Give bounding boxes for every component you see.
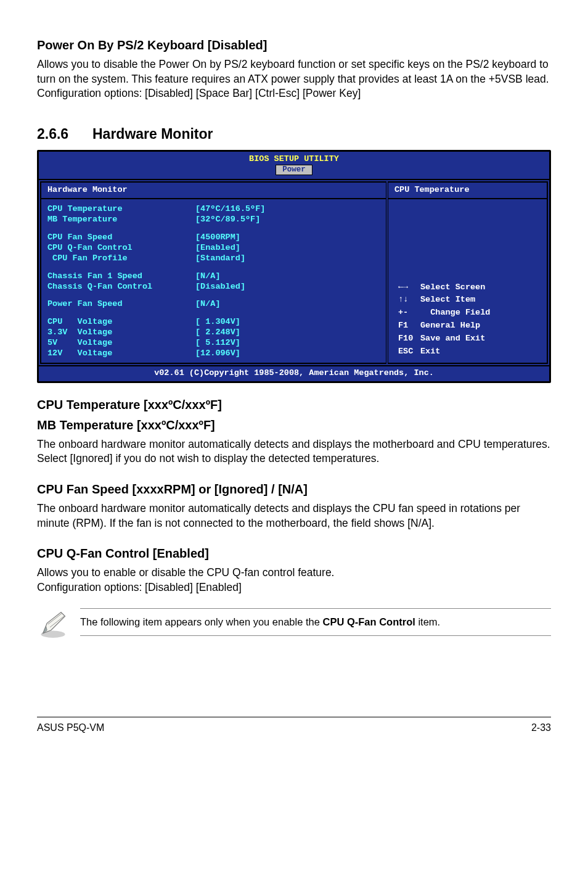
- bios-setting-row: CPU Fan Profile[Standard]: [47, 254, 380, 264]
- bios-help-desc: Select Screen: [418, 282, 492, 294]
- bios-setting-row: MB Temperature[32ºC/89.5ºF]: [47, 215, 380, 225]
- para-qfan-desc: Allows you to enable or disable the CPU …: [37, 566, 551, 580]
- bios-setting-row: CPU Q-Fan Control[Enabled]: [47, 243, 380, 254]
- bios-setting-row: 12V Voltage[12.096V]: [47, 349, 380, 359]
- footer-right: 2-33: [531, 721, 551, 735]
- bios-help-key: ESC: [396, 346, 417, 358]
- bios-setting-label: Chassis Q-Fan Control: [47, 282, 195, 292]
- section-number: 2.6.6: [37, 125, 92, 144]
- note-suffix: item.: [415, 616, 440, 627]
- note-bold: CPU Q-Fan Control: [323, 616, 415, 627]
- bios-screen: BIOS SETUP UTILITY Power Hardware Monito…: [37, 150, 551, 383]
- bios-setting-value: [N/A]: [195, 299, 221, 310]
- bios-setting-row: 5V Voltage[ 5.112V]: [47, 338, 380, 349]
- bios-setting-value: [ 5.112V]: [195, 338, 240, 349]
- bios-help-key: ↑↓: [396, 294, 417, 306]
- note-block: The following item appears only when you…: [37, 606, 551, 643]
- bios-help-key: +-: [396, 307, 417, 319]
- bios-footer: v02.61 (C)Copyright 1985-2008, American …: [39, 365, 549, 381]
- bios-help-row: +- Change Field: [396, 307, 492, 319]
- bios-setting-value: [Standard]: [195, 254, 245, 264]
- bios-blank-row: [47, 225, 380, 233]
- bios-setting-row: Power Fan Speed[N/A]: [47, 299, 380, 310]
- bios-setting-row: Chassis Fan 1 Speed[N/A]: [47, 271, 380, 282]
- pencil-note-icon: [37, 608, 69, 640]
- para-ps2-config: Configuration options: [Disabled] [Space…: [37, 86, 551, 101]
- footer-left: ASUS P5Q-VM: [37, 721, 104, 735]
- bios-setting-row: CPU Voltage[ 1.304V]: [47, 317, 380, 328]
- heading-cpu-temp: CPU Temperature [xxxºC/xxxºF]: [37, 397, 551, 413]
- para-qfan-config: Configuration options: [Disabled] [Enabl…: [37, 580, 551, 595]
- bios-setting-label: CPU Temperature: [47, 204, 195, 215]
- bios-setting-value: [ 1.304V]: [195, 317, 240, 328]
- heading-qfan: CPU Q-Fan Control [Enabled]: [37, 545, 551, 562]
- para-temp-desc: The onboard hardware monitor automatical…: [37, 437, 551, 466]
- note-prefix: The following item appears only when you…: [80, 616, 323, 627]
- bios-setting-label: 5V Voltage: [47, 338, 195, 349]
- bios-help-row: F1General Help: [396, 320, 492, 332]
- bios-setting-row: Chassis Q-Fan Control[Disabled]: [47, 282, 380, 292]
- bios-setting-value: [32ºC/89.5ºF]: [195, 215, 260, 225]
- bios-setting-value: [47ºC/116.5ºF]: [195, 204, 265, 215]
- bios-left-title: Hardware Monitor: [41, 183, 386, 199]
- bios-setting-label: CPU Fan Profile: [47, 254, 195, 264]
- bios-help-key: F10: [396, 333, 417, 345]
- bios-setting-value: [Enabled]: [195, 243, 240, 254]
- bios-setting-label: Chassis Fan 1 Speed: [47, 271, 195, 282]
- bios-help-row: ESCExit: [396, 346, 492, 358]
- bios-help-desc: Exit: [418, 346, 492, 358]
- bios-header: BIOS SETUP UTILITY Power: [39, 152, 549, 181]
- heading-fan-speed: CPU Fan Speed [xxxxRPM] or [Ignored] / […: [37, 481, 551, 498]
- bios-title: BIOS SETUP UTILITY: [39, 154, 549, 165]
- heading-ps2-keyboard: Power On By PS/2 Keyboard [Disabled]: [37, 37, 551, 54]
- bios-body: Hardware Monitor CPU Temperature[47ºC/11…: [39, 180, 549, 365]
- bios-help-key: ←→: [396, 282, 417, 294]
- bios-help-row: ↑↓Select Item: [396, 294, 492, 306]
- para-fan-speed: The onboard hardware monitor automatical…: [37, 501, 551, 530]
- heading-mb-temp: MB Temperature [xxxºC/xxxºF]: [37, 417, 551, 434]
- bios-right-panel: CPU Temperature ←→Select Screen↑↓Select …: [388, 181, 548, 363]
- bios-tab-power: Power: [276, 165, 312, 176]
- bios-help-desc: Save and Exit: [418, 333, 492, 345]
- bios-setting-value: [N/A]: [195, 271, 221, 282]
- bios-setting-label: Power Fan Speed: [47, 299, 195, 310]
- bios-setting-label: 12V Voltage: [47, 349, 195, 359]
- bios-setting-row: 3.3V Voltage[ 2.248V]: [47, 328, 380, 338]
- bios-setting-label: MB Temperature: [47, 215, 195, 225]
- page-footer: ASUS P5Q-VM 2-33: [37, 717, 551, 735]
- bios-blank-row: [47, 264, 380, 271]
- bios-setting-row: CPU Temperature[47ºC/116.5ºF]: [47, 204, 380, 215]
- bios-left-panel: Hardware Monitor CPU Temperature[47ºC/11…: [40, 181, 386, 363]
- bios-help-desc: General Help: [418, 320, 492, 332]
- bios-help-desc: Select Item: [418, 294, 492, 306]
- bios-help-block: ←→Select Screen↑↓Select Item+- Change Fi…: [394, 281, 541, 359]
- bios-tabbar: Power: [39, 165, 549, 177]
- bios-setting-label: CPU Q-Fan Control: [47, 243, 195, 254]
- bios-help-row: F10Save and Exit: [396, 333, 492, 345]
- bios-setting-value: [Disabled]: [195, 282, 245, 292]
- bios-setting-label: CPU Fan Speed: [47, 233, 195, 243]
- bios-setting-row: CPU Fan Speed[4500RPM]: [47, 233, 380, 243]
- bios-setting-value: [ 2.248V]: [195, 328, 240, 338]
- para-ps2-desc: Allows you to disable the Power On by PS…: [37, 57, 551, 86]
- note-text: The following item appears only when you…: [80, 608, 551, 635]
- bios-help-row: ←→Select Screen: [396, 282, 492, 294]
- bios-setting-label: CPU Voltage: [47, 317, 195, 328]
- bios-setting-label: 3.3V Voltage: [47, 328, 195, 338]
- bios-help-key: F1: [396, 320, 417, 332]
- section-title: Hardware Monitor: [92, 126, 213, 142]
- bios-blank-row: [47, 292, 380, 299]
- section-heading-hwmon: 2.6.6Hardware Monitor: [37, 125, 551, 144]
- bios-setting-value: [12.096V]: [195, 349, 240, 359]
- bios-help-desc: Change Field: [418, 307, 492, 319]
- bios-blank-row: [47, 310, 380, 317]
- bios-right-title: CPU Temperature: [388, 183, 547, 199]
- bios-setting-value: [4500RPM]: [195, 233, 240, 243]
